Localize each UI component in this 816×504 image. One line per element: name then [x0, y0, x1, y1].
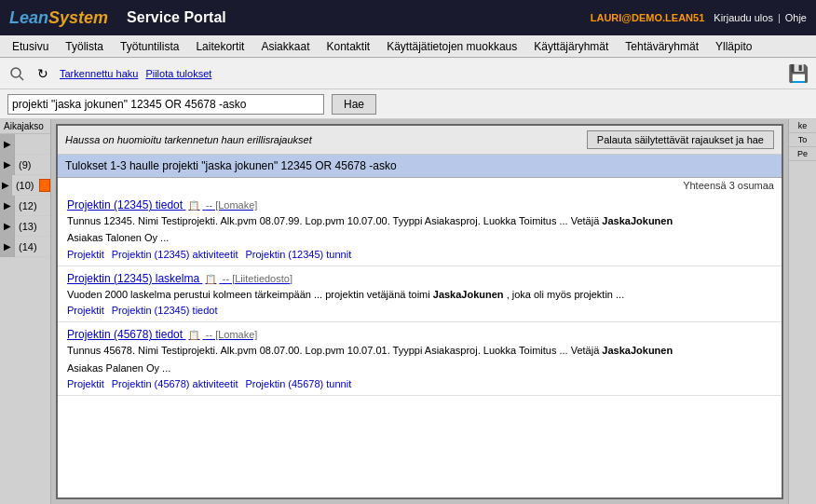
sidebar-label: Aikajakso: [0, 119, 50, 134]
sidebar: Aikajakso ▶ ▶ (9) ▶ (10) ▶ (12) ▶ (13) ▶…: [0, 119, 51, 504]
result-link-2[interactable]: Projektin (12345) laskelma: [67, 272, 199, 285]
right-panel-ke: ke: [789, 119, 816, 133]
result-type-2: -- [Liitetiedosto]: [223, 273, 292, 284]
results-count: Yhteensä 3 osumaa: [58, 178, 782, 193]
logo-lean: Lean: [9, 8, 48, 27]
sidebar-row-1: ▶: [0, 134, 50, 155]
nav-bar: Etusivu Työlista Työtuntilista Laitekort…: [0, 35, 816, 58]
pilot-results-btn[interactable]: Piilota tulokset: [145, 68, 211, 79]
result-type-1: -- [Lomake]: [206, 199, 258, 211]
nav-tehtavaryhmat[interactable]: Tehtäväryhmät: [618, 38, 706, 55]
result-desc-1: Tunnus 12345. Nimi Testiprojekti. Alk.pv…: [67, 214, 772, 228]
file-icon-2: 📋: [205, 274, 216, 284]
result-link-3[interactable]: Projektin (45678) tiedot: [67, 328, 183, 341]
sidebar-row-4: ▶ (12): [0, 196, 50, 216]
sidebar-arrow-3[interactable]: ▶: [0, 175, 12, 196]
sidebar-num-6: (14): [15, 241, 41, 252]
bold-name-3: JaskaJokunen: [602, 345, 673, 356]
result-desc-2: Vuoden 2000 laskelma perustui kolmeen tä…: [67, 288, 772, 302]
result-item-1: Projektin (12345) tiedot 📋 -- [Lomake] T…: [58, 193, 782, 266]
svg-point-0: [11, 68, 20, 77]
bold-name-1: JaskaJokunen: [602, 215, 673, 226]
bold-name-2: JaskaJokunen: [433, 289, 504, 300]
result-link-aktiviteetit-3[interactable]: Projektin (45678) aktiviteetit: [112, 378, 238, 389]
search-button[interactable]: Hae: [332, 94, 376, 115]
toolbar-icon-refresh[interactable]: ↻: [34, 64, 52, 83]
result-link-projektit-2[interactable]: Projektit: [67, 305, 104, 316]
result-links-3: Projektit Projektin (45678) aktiviteetit…: [67, 378, 772, 389]
result-links-1: Projektit Projektin (12345) aktiviteetit…: [67, 249, 772, 260]
notice-text: Haussa on huomioitu tarkennetun haun eri…: [65, 134, 312, 145]
result-link-tiedot-2[interactable]: Projektin (12345) tiedot: [112, 305, 218, 316]
file-icon-3: 📋: [188, 330, 199, 340]
help-link[interactable]: Ohje: [785, 12, 807, 23]
sidebar-num-3: (10): [12, 180, 38, 191]
header-right: LAURI@DEMO.LEAN51 Kirjaudu ulos | Ohje: [591, 12, 807, 23]
disk-icon[interactable]: 💾: [788, 63, 809, 84]
nav-kontaktit[interactable]: Kontaktit: [319, 38, 377, 55]
advanced-search-btn[interactable]: Tarkennettu haku: [60, 68, 138, 79]
sidebar-num-2: (9): [15, 159, 34, 170]
result-link-projektit-1[interactable]: Projektit: [67, 249, 104, 260]
sidebar-arrow-1[interactable]: ▶: [0, 134, 15, 155]
result-link-tunnit-3[interactable]: Projektin (45678) tunnit: [245, 378, 351, 389]
result-item-3: Projektin (45678) tiedot 📋 -- [Lomake] T…: [58, 322, 782, 396]
main-content: Aikajakso ▶ ▶ (9) ▶ (10) ▶ (12) ▶ (13) ▶…: [0, 119, 816, 504]
logo: LeanSystem: [9, 8, 108, 28]
toolbar-icon-search[interactable]: [7, 64, 26, 83]
file-icon-1: 📋: [188, 200, 199, 211]
nav-etusivu[interactable]: Etusivu: [5, 38, 56, 55]
search-results-panel: Haussa on huomioitu tarkennetun haun eri…: [56, 124, 783, 499]
total-count: Yhteensä 3 osumaa: [683, 180, 774, 191]
result-link-1[interactable]: Projektin (12345) tiedot: [67, 198, 183, 211]
search-bar: Hae: [0, 89, 816, 119]
header: LeanSystem Service Portal LAURI@DEMO.LEA…: [0, 0, 816, 35]
result-desc-3: Tunnus 45678. Nimi Testiprojekti. Alk.pv…: [67, 344, 772, 358]
nav-kayttajatietojen[interactable]: Käyttäjätietojen muokkaus: [379, 38, 524, 55]
portal-title: Service Portal: [127, 9, 226, 26]
result-title-3[interactable]: Projektin (45678) tiedot 📋 -- [Lomake]: [67, 328, 772, 341]
right-panel: ke To Pe: [788, 119, 816, 504]
sidebar-row-2: ▶ (9): [0, 155, 50, 175]
right-panel-to: To: [789, 133, 816, 147]
right-panel-pe: Pe: [789, 147, 816, 161]
results-header-text: Tulokset 1-3 haulle projekti "jaska joku…: [65, 159, 397, 172]
nav-tyolista[interactable]: Työlista: [58, 38, 111, 55]
nav-tyotuntilista[interactable]: Työtuntilista: [113, 38, 186, 55]
sidebar-row-5: ▶ (13): [0, 216, 50, 237]
sidebar-arrow-4[interactable]: ▶: [0, 196, 15, 216]
nav-asiakkaat[interactable]: Asiakkaat: [253, 38, 317, 55]
result-item-2: Projektin (12345) laskelma 📋 -- [Liiteti…: [58, 266, 782, 322]
svg-line-1: [20, 76, 23, 80]
sidebar-row-6: ▶ (14): [0, 237, 50, 257]
restore-btn[interactable]: Palauta säilytettävät rajaukset ja hae: [587, 130, 774, 149]
result-title-1[interactable]: Projektin (12345) tiedot 📋 -- [Lomake]: [67, 198, 772, 211]
result-desc-3b: Asiakas Palanen Oy ...: [67, 361, 772, 375]
logout-link[interactable]: Kirjaudu ulos: [714, 12, 773, 23]
result-desc-1b: Asiakas Talonen Oy ...: [67, 231, 772, 245]
result-link-aktiviteetit-1[interactable]: Projektin (12345) aktiviteetit: [112, 249, 238, 260]
toolbar: ↻ Tarkennettu haku Piilota tulokset 💾: [0, 58, 816, 89]
sidebar-dot: [39, 179, 50, 192]
results-notice: Haussa on huomioitu tarkennetun haun eri…: [58, 126, 782, 155]
sidebar-arrow-2[interactable]: ▶: [0, 155, 15, 175]
result-links-2: Projektit Projektin (12345) tiedot: [67, 305, 772, 316]
sidebar-arrow-5[interactable]: ▶: [0, 216, 15, 237]
pipe: |: [778, 12, 781, 23]
results-header: Tulokset 1-3 haulle projekti "jaska joku…: [58, 155, 782, 178]
nav-yllapito[interactable]: Ylläpito: [708, 38, 759, 55]
sidebar-arrow-6[interactable]: ▶: [0, 237, 15, 257]
result-link-projektit-3[interactable]: Projektit: [67, 378, 104, 389]
search-input[interactable]: [7, 94, 324, 115]
result-type-3: -- [Lomake]: [206, 329, 258, 340]
sidebar-row-3: ▶ (10): [0, 175, 50, 196]
user-info: LAURI@DEMO.LEAN51: [591, 12, 705, 23]
nav-laitekortit[interactable]: Laitekortit: [188, 38, 252, 55]
sidebar-num-5: (13): [15, 221, 41, 232]
sidebar-num-4: (12): [15, 200, 41, 211]
result-title-2[interactable]: Projektin (12345) laskelma 📋 -- [Liiteti…: [67, 272, 772, 285]
result-link-tunnit-1[interactable]: Projektin (12345) tunnit: [245, 249, 351, 260]
logo-system: System: [48, 8, 108, 27]
nav-kayttajaryhmat[interactable]: Käyttäjäryhmät: [526, 38, 616, 55]
